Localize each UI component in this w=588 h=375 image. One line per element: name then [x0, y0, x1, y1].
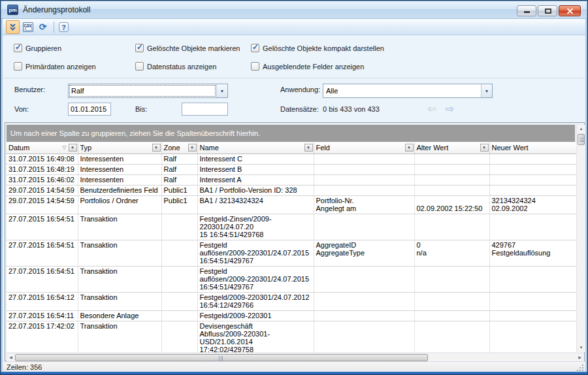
table-cell: Interessent A — [197, 174, 314, 185]
help-button[interactable]: ? — [57, 20, 71, 34]
table-cell: Transaktion — [78, 214, 161, 240]
table-cell: 429767 Festgeldauflösung — [489, 240, 576, 266]
toggle-panel-button[interactable] — [6, 20, 20, 34]
checkbox-datenstatus[interactable]: Datenstatus anzeigen — [135, 62, 216, 71]
filter-dropdown-button[interactable]: ▼ — [152, 144, 161, 152]
table-row[interactable]: 27.07.2015 16:54:11Besondere AnlageFestg… — [7, 310, 576, 321]
scroll-up-arrow-icon[interactable]: ▲ — [577, 125, 585, 133]
checkbox-label: Primärdaten anzeigen — [25, 63, 96, 71]
table-cell — [414, 185, 489, 195]
column-header[interactable]: Feld▼ — [314, 142, 414, 154]
table-cell — [414, 266, 489, 292]
table-cell — [489, 321, 576, 352]
table-cell: Transaktion — [78, 240, 161, 266]
table-cell: Transaktion — [78, 321, 161, 352]
table-cell: 27.07.2015 16:54:12 — [7, 292, 78, 310]
row-count: Zeilen: 356 — [7, 363, 42, 371]
checkbox-icon — [251, 44, 259, 52]
column-header[interactable]: Alter Wert▼ — [414, 142, 489, 154]
window-title: Änderungsprotokoll — [23, 1, 90, 19]
column-header[interactable]: Datum▽▼ — [7, 142, 78, 154]
checkbox-label: Gruppieren — [25, 44, 61, 52]
table-cell: Interessenten — [78, 174, 161, 185]
checkbox-icon — [14, 44, 22, 52]
table-cell: Interessenten — [78, 154, 161, 164]
table-row[interactable]: 27.07.2015 16:54:51TransaktionFestgeld a… — [7, 266, 576, 292]
refresh-button[interactable]: ⟳ — [36, 20, 50, 34]
table-cell: Festgeld auflösen/2009-220301/24.07.2015… — [197, 266, 314, 292]
checkbox-icon — [135, 62, 144, 71]
table-cell — [414, 174, 489, 185]
column-header-label: Alter Wert — [417, 144, 449, 152]
datensaetze-label: Datensätze: — [280, 105, 319, 113]
group-by-drop-zone[interactable]: Um nach einer Spalte zu gruppieren, zieh… — [7, 125, 575, 142]
table-cell: Festgeld/2009-220301/24.07.2012 16:54:12… — [197, 292, 314, 310]
table-cell — [414, 292, 489, 310]
change-log-table: Datum▽▼Typ▼Zone▼Name▼Feld▼Alter Wert▼Neu… — [7, 142, 576, 352]
table-cell: 02.09.2002 15:22:50 — [414, 195, 489, 214]
table-row[interactable]: 31.07.2015 16:48:19InteressentenRalfInte… — [7, 164, 576, 174]
restore-button[interactable] — [538, 5, 557, 16]
filter-dropdown-button[interactable]: ▼ — [188, 144, 197, 152]
table-cell — [161, 240, 197, 266]
table-row[interactable]: 29.07.2015 14:54:59Benutzerdefiniertes F… — [7, 185, 576, 195]
resize-grip[interactable] — [576, 364, 584, 372]
table-row[interactable]: 27.07.2015 16:54:12TransaktionFestgeld/2… — [7, 292, 576, 310]
column-header[interactable]: Name▼ — [197, 142, 314, 154]
minimize-button[interactable] — [517, 5, 536, 16]
table-row[interactable]: 29.07.2015 14:54:59Portfolios / OrdnerPu… — [7, 195, 576, 214]
table-cell: 29.07.2015 14:54:59 — [7, 195, 78, 214]
horizontal-scrollbar-thumb[interactable] — [15, 354, 428, 361]
previous-page-arrow-icon[interactable]: ⇦ — [427, 103, 436, 115]
table-row[interactable]: 31.07.2015 16:49:08InteressentenRalfInte… — [7, 154, 576, 164]
table-cell — [414, 164, 489, 174]
table-cell: BA1 / 32134324324 — [197, 195, 314, 214]
export-csv-button[interactable]: CSV — [21, 20, 35, 34]
anwendung-label: Anwendung: — [280, 86, 320, 93]
close-button[interactable] — [559, 5, 581, 16]
table-row[interactable]: 22.07.2015 17:42:02TransaktionDevisenges… — [7, 321, 576, 352]
checkbox-gruppieren[interactable]: Gruppieren — [14, 44, 61, 52]
table-row[interactable]: 31.07.2015 16:46:02InteressentenRalfInte… — [7, 174, 576, 185]
column-header[interactable]: Zone▼ — [161, 142, 197, 154]
table-cell — [314, 185, 414, 195]
help-icon: ? — [59, 22, 69, 32]
vertical-scrollbar[interactable]: ▲ ▼ — [576, 125, 585, 352]
filter-dropdown-button[interactable]: ▼ — [304, 144, 313, 152]
anwendung-combobox[interactable]: Alle ▼ — [323, 84, 493, 98]
table-cell: 31.07.2015 16:46:02 — [7, 174, 78, 185]
table-cell: 27.07.2015 16:54:11 — [7, 310, 78, 321]
table-row[interactable]: 27.07.2015 16:54:51TransaktionFestgeld-Z… — [7, 214, 576, 240]
von-date-input[interactable] — [68, 103, 111, 116]
filter-dropdown-button[interactable]: ▼ — [480, 144, 489, 152]
column-header[interactable]: Typ▼ — [78, 142, 161, 154]
horizontal-scrollbar[interactable]: ◀ ▶ — [7, 353, 584, 361]
vertical-scrollbar-thumb[interactable] — [578, 134, 585, 145]
table-cell: 32134324324 02.09.2002 — [489, 195, 576, 214]
checkbox-ausgeblendete-felder[interactable]: Ausgeblendete Felder anzeigen — [251, 62, 364, 71]
column-header-label: Datum — [8, 144, 29, 152]
table-cell: Portfolio-Nr. Angelegt am — [314, 195, 414, 214]
table-cell: 22.07.2015 17:42:02 — [7, 321, 78, 352]
chevron-down-icon[interactable]: ▼ — [216, 84, 227, 97]
chevron-down-icon[interactable]: ▼ — [481, 84, 492, 97]
checkbox-geloeschte-markieren[interactable]: Gelöschte Objekte markieren — [135, 44, 240, 52]
column-header[interactable]: Neuer Wert — [489, 142, 576, 154]
table-row[interactable]: 27.07.2015 16:54:51TransaktionFestgeld a… — [7, 240, 576, 266]
filter-dropdown-button[interactable]: ▼ — [405, 144, 414, 152]
table-cell — [314, 266, 414, 292]
next-page-arrow-icon[interactable]: ⇨ — [446, 103, 454, 115]
scroll-down-arrow-icon[interactable]: ▼ — [577, 344, 585, 352]
checkbox-label: Datenstatus anzeigen — [147, 63, 216, 71]
benutzer-combobox[interactable]: Ralf ▼ — [68, 84, 228, 98]
bis-date-input[interactable] — [182, 103, 228, 116]
anwendung-value: Alle — [323, 84, 481, 97]
checkbox-geloeschte-kompakt[interactable]: Gelöschte Objekte kompakt darstellen — [251, 44, 384, 52]
checkbox-primaerdaten[interactable]: Primärdaten anzeigen — [14, 62, 96, 71]
table-cell — [489, 292, 576, 310]
table-cell: Interessenten — [78, 164, 161, 174]
filter-dropdown-button[interactable]: ▼ — [69, 144, 77, 152]
table-cell — [489, 214, 576, 240]
table-cell: 31.07.2015 16:49:08 — [7, 154, 78, 164]
table-cell — [314, 214, 414, 240]
